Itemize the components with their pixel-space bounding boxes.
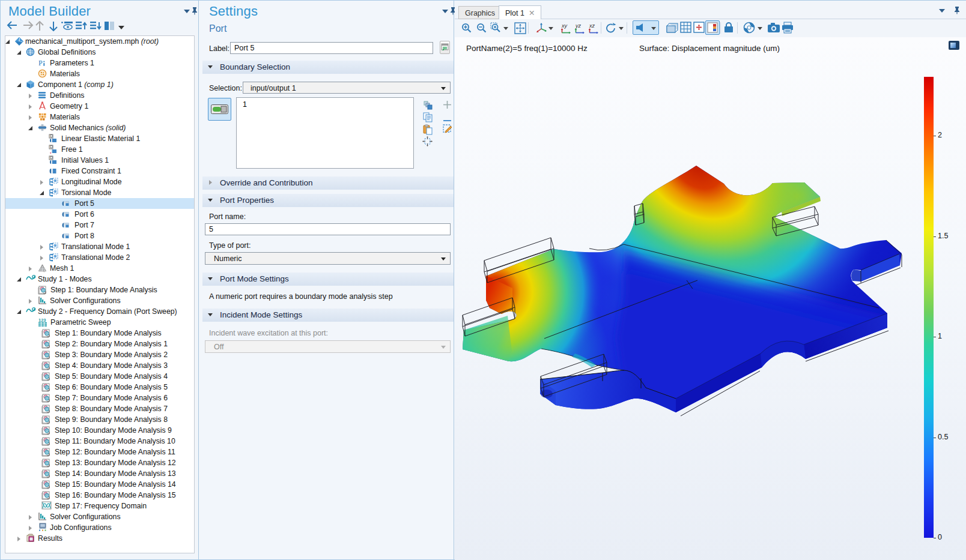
svg-text:P: P (38, 59, 43, 67)
svg-text:yz: yz (575, 23, 582, 29)
svg-text:D: D (50, 134, 53, 138)
svg-text:D: D (50, 145, 53, 149)
svg-text:xy: xy (561, 23, 568, 29)
svg-text:123: 123 (38, 318, 46, 323)
svg-text:D: D (50, 155, 53, 160)
svg-text:xz: xz (589, 23, 595, 29)
